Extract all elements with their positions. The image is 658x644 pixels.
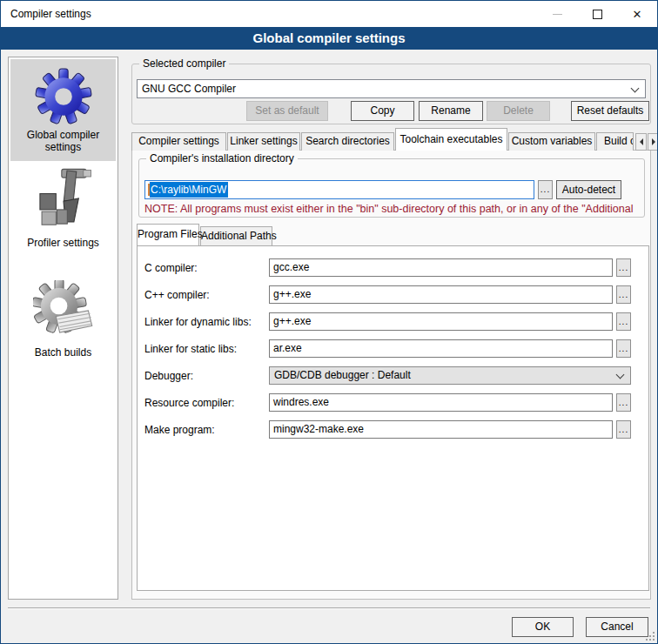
linker-static-browse-button[interactable]: ...: [616, 339, 631, 358]
tab-bar: Compiler settings Linker settings Search…: [131, 128, 658, 151]
window-title: Compiler settings: [10, 1, 91, 27]
tab-toolchain-executables[interactable]: Toolchain executables: [395, 128, 507, 151]
sidebar-item-label: Global compiler settings: [10, 129, 116, 153]
c-compiler-label: C compiler:: [144, 262, 265, 274]
installation-directory-group: Compiler's installation directory C:\ray…: [138, 158, 645, 218]
close-button[interactable]: ✕: [617, 1, 657, 27]
chevron-down-icon: [616, 371, 625, 379]
tab-scroll-right-button[interactable]: [648, 133, 658, 151]
selected-compiler-group: Selected compiler GNU GCC Compiler Set a…: [131, 64, 651, 124]
title-bar: Compiler settings ✕: [1, 1, 657, 27]
make-program-browse-button[interactable]: ...: [616, 420, 631, 439]
tab-linker-settings[interactable]: Linker settings: [227, 132, 300, 151]
installation-directory-value: C:\raylib\MinGW: [150, 182, 228, 198]
browse-directory-button[interactable]: ...: [538, 180, 553, 199]
make-program-label: Make program:: [144, 424, 265, 436]
tab-custom-variables[interactable]: Custom variables: [508, 132, 595, 151]
chevron-down-icon: [631, 84, 640, 93]
cancel-button[interactable]: Cancel: [586, 617, 648, 637]
copy-button[interactable]: Copy: [351, 101, 414, 121]
debugger-select-value: GDB/CDB debugger : Default: [274, 369, 411, 381]
tab-scroll-left-button[interactable]: [635, 133, 647, 151]
toolchain-executables-page: Compiler's installation directory C:\ray…: [131, 150, 651, 600]
field-row-cpp-compiler: C++ compiler: g++.exe ...: [138, 281, 648, 308]
subtab-program-files[interactable]: Program Files: [137, 224, 199, 245]
cpp-compiler-label: C++ compiler:: [144, 289, 265, 301]
sidebar-item-batch-builds[interactable]: Batch builds: [10, 278, 116, 362]
sidebar-item-profiler-settings[interactable]: Profiler settings: [10, 164, 116, 254]
compiler-select[interactable]: GNU GCC Compiler: [137, 79, 646, 98]
resource-compiler-input[interactable]: windres.exe: [269, 393, 613, 412]
page-title: Global compiler settings: [1, 27, 657, 50]
field-row-linker-static: Linker for static libs: ar.exe ...: [138, 335, 648, 362]
make-program-input[interactable]: mingw32-make.exe: [269, 420, 613, 439]
linker-dynamic-browse-button[interactable]: ...: [616, 312, 631, 331]
tab-compiler-settings[interactable]: Compiler settings: [131, 132, 226, 151]
compiler-select-value: GNU GCC Compiler: [142, 83, 236, 95]
installation-directory-row: C:\raylib\MinGW ... Auto-detect: [144, 180, 621, 199]
delete-button[interactable]: Delete: [487, 101, 550, 121]
subtab-bar: Program Files Additional Paths: [137, 224, 273, 245]
linker-dynamic-input[interactable]: g++.exe: [269, 312, 613, 331]
set-as-default-button[interactable]: Set as default: [246, 101, 328, 121]
field-row-linker-dynamic: Linker for dynamic libs: g++.exe ...: [138, 308, 648, 335]
debugger-label: Debugger:: [144, 370, 265, 382]
cpp-compiler-browse-button[interactable]: ...: [616, 285, 631, 304]
cpp-compiler-input[interactable]: g++.exe: [269, 285, 613, 304]
caliper-icon: [33, 165, 94, 233]
debugger-select[interactable]: GDB/CDB debugger : Default: [269, 366, 631, 385]
field-row-c-compiler: C compiler: gcc.exe ...: [138, 254, 648, 281]
maximize-button[interactable]: [577, 1, 617, 27]
gray-gear-stack-icon: [33, 280, 94, 343]
resource-compiler-browse-button[interactable]: ...: [616, 393, 631, 412]
reset-defaults-button[interactable]: Reset defaults: [571, 101, 649, 121]
ok-button[interactable]: OK: [512, 617, 574, 637]
left-arrow-icon: [640, 138, 643, 145]
minimize-button[interactable]: [537, 1, 577, 27]
sidebar-item-label: Batch builds: [35, 346, 91, 359]
maximize-icon: [593, 10, 602, 19]
minimize-icon: [553, 14, 562, 15]
sidebar-item-label: Profiler settings: [27, 237, 99, 249]
footer-divider: [8, 607, 650, 609]
linker-static-input[interactable]: ar.exe: [269, 339, 613, 358]
subtab-additional-paths[interactable]: Additional Paths: [200, 226, 272, 245]
resize-grip[interactable]: [646, 632, 655, 641]
linker-dynamic-label: Linker for dynamic libs:: [144, 316, 265, 328]
linker-static-label: Linker for static libs:: [144, 343, 265, 355]
field-row-resource-compiler: Resource compiler: windres.exe ...: [138, 389, 648, 416]
tab-search-directories[interactable]: Search directories: [301, 132, 394, 151]
tab-build-options[interactable]: Build options: [596, 132, 634, 151]
bin-subdirectory-note: NOTE: All programs must exist either in …: [144, 203, 643, 215]
compiler-settings-dialog: Compiler settings ✕ Global compiler sett…: [0, 0, 658, 644]
auto-detect-button[interactable]: Auto-detect: [556, 180, 621, 199]
blue-gear-icon: [35, 68, 92, 125]
settings-sidebar: Global compiler settings Profiler settin…: [8, 57, 118, 600]
compiler-buttons-row: Set as default Copy Rename Delete Reset …: [137, 101, 649, 121]
installation-directory-legend: Compiler's installation directory: [146, 152, 298, 165]
selected-compiler-legend: Selected compiler: [139, 57, 229, 70]
field-row-debugger: Debugger: GDB/CDB debugger : Default: [138, 362, 648, 389]
program-files-page: C compiler: gcc.exe ... C++ compiler: g+…: [137, 245, 649, 591]
close-icon: ✕: [633, 9, 642, 20]
installation-directory-input[interactable]: C:\raylib\MinGW: [144, 180, 534, 199]
sidebar-item-global-compiler-settings[interactable]: Global compiler settings: [10, 59, 116, 161]
field-row-make-program: Make program: mingw32-make.exe ...: [138, 416, 648, 443]
resource-compiler-label: Resource compiler:: [144, 397, 265, 409]
c-compiler-input[interactable]: gcc.exe: [269, 258, 613, 277]
window-controls: ✕: [537, 1, 657, 27]
right-arrow-icon: [652, 138, 655, 145]
rename-button[interactable]: Rename: [419, 101, 483, 121]
c-compiler-browse-button[interactable]: ...: [616, 258, 631, 277]
